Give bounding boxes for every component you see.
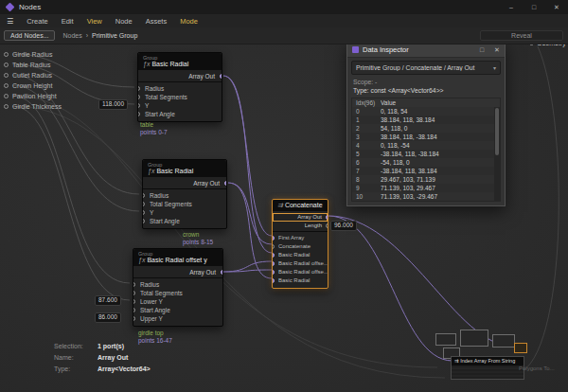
node-input-row: Basic Radial <box>273 276 328 285</box>
distant-node[interactable] <box>492 334 515 347</box>
output-label: Array Out <box>297 214 322 220</box>
distant-node[interactable] <box>435 333 456 346</box>
maximize-icon[interactable]: □ <box>523 0 545 14</box>
input-label: Basic Radial offse... <box>278 269 328 275</box>
node-concatenate[interactable]: ⇉Concatenate Array Out Length First Arra… <box>272 199 328 289</box>
input-port[interactable] <box>273 278 275 283</box>
menubar: ☰ Create Edit View Node Assets Mode <box>0 14 568 27</box>
selection-status: Selection:1 port(s) Name:Array Out Type:… <box>54 341 151 375</box>
inspector-icon <box>352 46 359 53</box>
param-port[interactable] <box>4 52 9 57</box>
menu-node[interactable]: Node <box>109 17 139 26</box>
node-header[interactable]: ⇉Concatenate <box>273 200 328 211</box>
node-basic-radial-table[interactable]: Group ƒxBasic Radial Array Out Radius To… <box>137 52 222 122</box>
input-port[interactable] <box>143 219 145 223</box>
scrollbar[interactable] <box>494 107 500 201</box>
group-param-girdle-radius: Girdle Radius <box>4 49 52 59</box>
input-port[interactable] <box>133 299 135 304</box>
input-port[interactable] <box>273 261 275 266</box>
scrollbar-thumb[interactable] <box>495 108 499 155</box>
node-comment: crown points 8-15 <box>183 231 213 246</box>
group-param-girdle-thickness: Girdle Thickness <box>4 101 62 111</box>
node-header[interactable]: ⇉ Index Array From String <box>452 357 524 365</box>
node-input-row: Basic Radial offse... <box>273 268 328 276</box>
param-port[interactable] <box>4 94 9 98</box>
node-comment: table points 0-7 <box>140 121 168 136</box>
table-rows: 00, 118, 54 138.184, 118, 38.184 254, 11… <box>352 107 500 201</box>
hamburger-icon[interactable]: ☰ <box>0 17 20 26</box>
node-input-row: Radius <box>143 191 226 200</box>
titlebar[interactable]: Nodes – □ ✕ <box>0 0 568 14</box>
output-port[interactable] <box>221 270 222 275</box>
param-port[interactable] <box>4 83 9 88</box>
table-row: 5-38.184, 118, -38.184 <box>352 150 500 158</box>
output-port[interactable] <box>220 74 222 79</box>
node-output-row-selected: Array Out <box>273 213 328 222</box>
node-input-row: Start Angle <box>143 217 226 225</box>
input-port[interactable] <box>138 103 140 108</box>
value-chip[interactable]: 87.600 <box>95 295 121 306</box>
fx-icon: ƒx <box>143 61 150 67</box>
param-port[interactable] <box>4 62 9 67</box>
input-port[interactable] <box>138 86 140 91</box>
output-label: Array Out <box>189 269 216 276</box>
output-port[interactable] <box>326 215 328 220</box>
node-header[interactable]: Group ƒxBasic Radial offset y <box>133 249 222 266</box>
input-port[interactable] <box>133 316 135 321</box>
input-port[interactable] <box>273 244 275 249</box>
node-index-array-from-string[interactable]: ⇉ Index Array From String <box>451 356 524 380</box>
menu-assets[interactable]: Assets <box>139 17 174 26</box>
breadcrumb-root[interactable]: Nodes <box>62 32 81 39</box>
close-icon[interactable]: ✕ <box>545 0 568 14</box>
distant-node[interactable] <box>460 330 488 347</box>
node-input-row: Start Angle <box>133 306 222 314</box>
input-port[interactable] <box>143 210 145 215</box>
data-inspector-panel[interactable]: Data Inspector □ ✕ Primitive Group / Con… <box>346 42 506 206</box>
reveal-button[interactable]: Reveal <box>480 30 563 41</box>
inspector-close-icon[interactable]: ✕ <box>489 46 505 54</box>
table-row: 138.184, 118, 38.184 <box>352 116 500 124</box>
dropdown-value: Primitive Group / Concatenate / Array Ou… <box>356 64 493 71</box>
input-port[interactable] <box>138 112 140 116</box>
menu-edit[interactable]: Edit <box>55 17 80 26</box>
input-port[interactable] <box>133 291 135 295</box>
input-port[interactable] <box>273 253 275 258</box>
inspector-titlebar[interactable]: Data Inspector □ ✕ <box>347 43 505 58</box>
input-port[interactable] <box>273 236 275 241</box>
menu-mode[interactable]: Mode <box>173 17 204 26</box>
param-port[interactable] <box>4 73 9 78</box>
menu-view[interactable]: View <box>80 17 109 26</box>
input-label: Basic Radial <box>278 252 310 258</box>
input-port[interactable] <box>273 270 275 275</box>
input-port[interactable] <box>143 202 145 206</box>
input-label: Start Angle <box>140 307 170 313</box>
breadcrumb-current: Primitive Group <box>92 32 137 39</box>
node-basic-radial-offset-y[interactable]: Group ƒxBasic Radial offset y Array Out … <box>133 248 223 327</box>
param-port[interactable] <box>4 104 9 109</box>
inspector-scope-dropdown[interactable]: Primitive Group / Concatenate / Array Ou… <box>351 61 501 75</box>
menu-create[interactable]: Create <box>20 17 55 26</box>
input-label: Radius <box>140 281 159 288</box>
input-port[interactable] <box>143 193 145 198</box>
value-chip[interactable]: 86.000 <box>95 312 121 323</box>
distant-node-selected[interactable] <box>514 343 527 353</box>
column-header-value: Value <box>381 98 500 107</box>
status-selection-row: Selection:1 port(s) <box>54 341 151 352</box>
input-label: Total Segments <box>140 290 183 296</box>
inspector-maximize-icon[interactable]: □ <box>474 46 489 53</box>
status-type-row: Type:Array<Vector64> <box>54 364 151 375</box>
node-header[interactable]: Group ƒxBasic Radial <box>143 160 226 177</box>
minimize-icon[interactable]: – <box>500 0 523 14</box>
value-chip[interactable]: 96.000 <box>330 221 357 231</box>
input-port[interactable] <box>138 95 140 99</box>
node-basic-radial-crown[interactable]: Group ƒxBasic Radial Array Out Radius To… <box>142 159 227 229</box>
output-label: Array Out <box>193 180 220 187</box>
input-port[interactable] <box>133 282 135 287</box>
node-header[interactable]: Group ƒxBasic Radial <box>138 53 222 70</box>
output-port[interactable] <box>326 223 328 228</box>
add-nodes-button[interactable]: Add Nodes... <box>4 30 55 41</box>
value-chip[interactable]: 118.000 <box>98 99 128 110</box>
input-port[interactable] <box>133 308 135 312</box>
output-port[interactable] <box>224 181 226 186</box>
node-input-row: Lower Y <box>133 297 222 306</box>
